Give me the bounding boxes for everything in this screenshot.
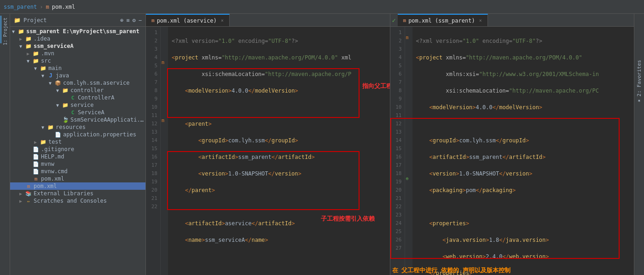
arrow-extlibs: ▶ <box>19 191 25 196</box>
code-content-right[interactable]: <?xml version="1.0" encoding="UTF-8"?> <… <box>412 27 634 275</box>
tab-pom-aservice[interactable]: m pom.xml (aservice) × <box>146 14 230 26</box>
gutter-marker-13: m <box>162 118 164 123</box>
folder-icon-controller: 📁 <box>62 88 69 94</box>
project-tree: ▼ 📁 ssm_parent E:\myProject\ssm_parent ▶… <box>10 27 145 275</box>
editor-panel-left: m pom.xml (aservice) × 指向父工程 子工程按需引入依赖 1 <box>146 14 390 275</box>
tree-item-java[interactable]: ▼ J java <box>10 72 145 79</box>
favorites-sidebar: ★ 2: Favorites <box>634 14 644 275</box>
tree-item-gitignore[interactable]: 📄 .gitignore <box>10 146 145 153</box>
code-area-left[interactable]: 指向父工程 子工程按需引入依赖 1 2 3 4 5 6 7 8 <box>146 27 390 275</box>
settings-icon[interactable]: ⚙ <box>133 17 136 23</box>
folder-icon-service: 📁 <box>62 102 69 108</box>
label-helpmd: HELP.md <box>41 153 64 160</box>
label-mvnw: mvnw <box>41 161 54 167</box>
folder-icon: 📁 <box>14 17 21 23</box>
gutter-marker-5: m <box>162 60 164 65</box>
gutter-marker-r19: ⊕ <box>406 176 409 181</box>
arrow-ssm-parent: ▼ <box>12 29 17 34</box>
tab-pom-ssm-parent[interactable]: m pom.xml (ssm_parent) × <box>398 14 488 26</box>
collapse-icon[interactable]: ≡ <box>126 17 129 23</box>
tree-item-ssm-parent[interactable]: ▼ 📁 ssm_parent E:\myProject\ssm_parent <box>10 28 145 35</box>
tree-item-mvnwcmd[interactable]: 📄 mvnw.cmd <box>10 168 145 175</box>
label-gitignore: .gitignore <box>41 146 74 152</box>
label-ssm-parent: ssm_parent E:\myProject\ssm_parent <box>26 28 139 35</box>
locate-icon[interactable]: ⊕ <box>120 17 123 23</box>
ssm-parent-breadcrumb[interactable]: ssm_parent <box>4 4 37 10</box>
label-java: java <box>56 72 69 79</box>
line-numbers-left: 1 2 3 4 5 6 7 8 9 10 11 12 13 <box>146 27 161 275</box>
tree-item-src[interactable]: ▼ 📁 src <box>10 57 145 64</box>
folder-icon-mvn: 📁 <box>32 51 40 57</box>
spring-icon-application: 🍃 <box>62 117 69 123</box>
maven-icon-pom-child: m <box>32 176 40 182</box>
label-appprops: application.properties <box>63 131 136 138</box>
code-content-left[interactable]: <?xml version="1.0" encoding="UTF-8"?> <… <box>168 27 390 275</box>
label-pom-child: pom.xml <box>41 176 64 182</box>
tree-item-controller[interactable]: ▼ 📁 controller <box>10 87 145 94</box>
label-idea: .idea <box>34 35 50 42</box>
close-sidebar-icon[interactable]: − <box>139 17 142 23</box>
tree-item-idea[interactable]: ▶ 📁 .idea <box>10 35 145 42</box>
tab-bar-left: m pom.xml (aservice) × <box>146 14 390 27</box>
label-application: SsmServiceAApplicati... <box>70 117 145 123</box>
tree-item-controllera[interactable]: C ControllerA <box>10 94 145 101</box>
tree-item-appprops[interactable]: 📄 application.properties <box>10 131 145 138</box>
tree-item-helpmd[interactable]: 📄 HELP.md <box>10 153 145 160</box>
tree-item-test[interactable]: ▶ 📁 test <box>10 138 145 146</box>
gutter-right: m ⊕ <box>405 27 412 275</box>
arrow-service: ▼ <box>56 103 62 108</box>
label-main: main <box>48 65 62 71</box>
tab-label-pom-aservice: pom.xml (aservice) <box>157 18 217 24</box>
favorites-icon: ★ <box>636 98 642 104</box>
file-icon-helpmd: 📄 <box>32 154 40 160</box>
tab-close-left[interactable]: × <box>221 18 224 23</box>
folder-icon-idea: 📁 <box>25 36 32 42</box>
folder-icon-main: 📁 <box>40 65 47 71</box>
label-ssm-servicea: ssm_serviceA <box>34 43 74 49</box>
left-vertical-tabs: 1: Project <box>0 14 10 275</box>
arrow-mvn: ▶ <box>27 51 32 56</box>
arrow-java: ▼ <box>41 73 47 78</box>
tree-item-main[interactable]: ▼ 📁 main <box>10 64 145 72</box>
editor-panel-right: ✓ m pom.xml (ssm_parent) × 在 父工程中进行 依赖的 … <box>390 14 634 275</box>
tree-item-resources[interactable]: ▼ 📁 resources <box>10 123 145 131</box>
package-icon: 📦 <box>54 80 62 86</box>
maven-icon-pom-parent: m <box>25 183 32 189</box>
maven-icon-top: m <box>46 4 49 10</box>
main-layout: 1: Project 📁 Project ⊕ ≡ ⚙ − ▼ 📁 ssm_par… <box>0 14 644 275</box>
tree-item-scratches[interactable]: ▶ ✏️ Scratches and Consoles <box>10 197 145 205</box>
project-tab-icon[interactable]: 1: Project <box>0 16 10 43</box>
favorites-label[interactable]: ★ 2: Favorites <box>636 60 642 104</box>
arrow-resources: ▼ <box>41 125 47 130</box>
folder-icon-test: 📁 <box>40 139 47 145</box>
arrow-idea: ▶ <box>19 36 25 41</box>
tab-close-right[interactable]: × <box>479 18 482 23</box>
sidebar: 📁 Project ⊕ ≡ ⚙ − ▼ 📁 ssm_parent E:\myPr… <box>10 14 146 275</box>
tree-item-servicea[interactable]: C ServiceA <box>10 109 145 116</box>
arrow-ssm-servicea: ▼ <box>19 44 25 49</box>
arrow-scratches: ▶ <box>19 199 25 204</box>
label-servicea: ServiceA <box>78 109 104 116</box>
editor-panels: m pom.xml (aservice) × 指向父工程 子工程按需引入依赖 1 <box>146 14 634 275</box>
label-test: test <box>48 139 62 145</box>
label-mvnwcmd: mvnw.cmd <box>41 168 68 175</box>
label-scratches: Scratches and Consoles <box>34 198 107 204</box>
tree-item-service[interactable]: ▼ 📁 service <box>10 101 145 109</box>
arrow-src: ▼ <box>27 59 32 64</box>
tree-item-mvn[interactable]: ▶ 📁 .mvn <box>10 50 145 57</box>
tree-item-package[interactable]: ▼ 📦 com.lyh.ssm.aservice <box>10 79 145 87</box>
tree-item-pom-parent[interactable]: m pom.xml <box>10 182 145 190</box>
arrow-main: ▼ <box>34 66 40 71</box>
pom-breadcrumb: pom.xml <box>52 4 75 10</box>
properties-icon: 📄 <box>54 132 62 138</box>
code-table-right: 1 2 3 4 5 6 7 8 9 10 11 12 13 <box>390 27 634 275</box>
tree-item-ssm-servicea[interactable]: ▼ 📁 ssm_serviceA <box>10 42 145 50</box>
arrow-package: ▼ <box>49 81 54 86</box>
tree-item-pom-child[interactable]: m pom.xml <box>10 175 145 182</box>
label-package: com.lyh.ssm.aservice <box>63 80 130 86</box>
file-icon-mvnw: 📄 <box>32 161 40 167</box>
tree-item-application[interactable]: 🍃 SsmServiceAApplicati... <box>10 116 145 123</box>
code-area-right[interactable]: 在 父工程中进行 依赖的 声明以及版本控制 1 2 3 4 5 6 7 8 9 <box>390 27 634 275</box>
tree-item-mvnw[interactable]: 📄 mvnw <box>10 160 145 168</box>
tree-item-extlibs[interactable]: ▶ 📚 External Libraries <box>10 190 145 197</box>
